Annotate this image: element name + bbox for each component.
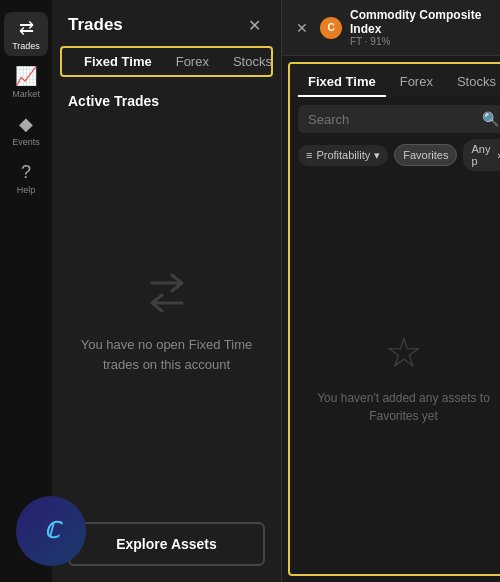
right-empty-text: You haven't added any assets to Favorite… bbox=[310, 389, 497, 425]
search-input[interactable] bbox=[308, 112, 476, 127]
right-tab-stocks[interactable]: Stocks bbox=[447, 68, 500, 97]
empty-state-text: You have no open Fixed Time trades on th… bbox=[72, 335, 261, 374]
right-empty-state: ☆ You haven't added any assets to Favori… bbox=[290, 179, 500, 574]
help-icon: ? bbox=[21, 162, 31, 183]
sidebar-item-help[interactable]: ? Help bbox=[4, 156, 48, 200]
filter-row: ≡ Profitability ▾ Favorites Any p › bbox=[290, 139, 500, 179]
asset-icon: C bbox=[320, 17, 342, 39]
right-tabs-row: Fixed Time Forex Stocks bbox=[290, 64, 500, 97]
search-bar: 🔍 bbox=[298, 105, 500, 133]
star-icon: ☆ bbox=[385, 328, 423, 377]
sidebar-item-label: Help bbox=[17, 185, 36, 195]
search-icon: 🔍 bbox=[482, 111, 499, 127]
right-close-button[interactable]: ✕ bbox=[292, 18, 312, 38]
filter-label: Profitability bbox=[316, 149, 370, 161]
right-tabs-container: Fixed Time Forex Stocks 🔍 ≡ Profitabilit… bbox=[288, 62, 500, 576]
active-trades-label: Active Trades bbox=[52, 85, 281, 115]
right-top-bar: ✕ C Commodity Composite Index FT · 91% bbox=[282, 0, 500, 56]
right-panel: ✕ C Commodity Composite Index FT · 91% F… bbox=[282, 0, 500, 582]
trades-header: Trades ✕ bbox=[52, 0, 281, 46]
sidebar-item-label: Market bbox=[12, 89, 40, 99]
filter-favorites-label: Favorites bbox=[403, 149, 448, 161]
trades-close-button[interactable]: ✕ bbox=[243, 14, 265, 36]
asset-info: Commodity Composite Index FT · 91% bbox=[350, 8, 500, 47]
sidebar-item-label: Events bbox=[12, 137, 40, 147]
filter-anyp-label: Any p bbox=[471, 143, 493, 167]
asset-sub: FT · 91% bbox=[350, 36, 500, 47]
sidebar-item-trades[interactable]: ⇄ Trades bbox=[4, 12, 48, 56]
app-logo: ℂ bbox=[16, 496, 86, 566]
trades-panel: Trades ✕ Fixed Time Forex Stocks Active … bbox=[52, 0, 282, 582]
logo-text: ℂ bbox=[44, 518, 59, 544]
empty-state: You have no open Fixed Time trades on th… bbox=[52, 115, 281, 522]
sidebar-item-market[interactable]: 📈 Market bbox=[4, 60, 48, 104]
right-tab-forex[interactable]: Forex bbox=[390, 68, 443, 97]
right-tab-fixed-time[interactable]: Fixed Time bbox=[298, 68, 386, 97]
sidebar: ℂ ⇄ Trades 📈 Market ◆ Events ? Help bbox=[0, 0, 52, 582]
events-icon: ◆ bbox=[19, 113, 33, 135]
asset-name: Commodity Composite Index bbox=[350, 8, 500, 36]
trades-title: Trades bbox=[68, 15, 123, 35]
filter-anyp[interactable]: Any p › bbox=[463, 139, 500, 171]
sidebar-item-events[interactable]: ◆ Events bbox=[4, 108, 48, 152]
trades-icon: ⇄ bbox=[19, 17, 34, 39]
filter-favorites[interactable]: Favorites bbox=[394, 144, 457, 166]
tab-stocks[interactable]: Stocks bbox=[223, 48, 282, 75]
filter-profitability[interactable]: ≡ Profitability ▾ bbox=[298, 145, 388, 166]
market-icon: 📈 bbox=[15, 65, 37, 87]
filter-icon: ≡ bbox=[306, 149, 312, 161]
trades-tabs: Fixed Time Forex Stocks bbox=[60, 46, 273, 77]
explore-assets-button[interactable]: Explore Assets bbox=[68, 522, 265, 566]
tab-fixed-time[interactable]: Fixed Time bbox=[74, 48, 162, 75]
no-trades-icon bbox=[137, 263, 197, 323]
tab-forex[interactable]: Forex bbox=[166, 48, 219, 75]
chevron-down-icon: ▾ bbox=[374, 149, 380, 162]
sidebar-item-label: Trades bbox=[12, 41, 40, 51]
